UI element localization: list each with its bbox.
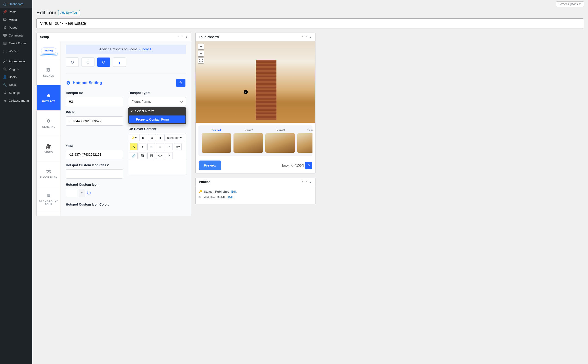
status-value: Published <box>215 190 229 193</box>
eraser-button[interactable]: ◧ <box>157 134 165 141</box>
panel-toggle-icon[interactable]: ▲ <box>310 181 312 184</box>
screen-options-button[interactable]: Screen Options ▼ <box>556 1 584 7</box>
scene-thumb-3[interactable]: Scene3 <box>265 129 295 153</box>
vr-icon: ⬚ <box>3 49 7 53</box>
sidebar-item-label: Media <box>9 18 17 21</box>
hotspot-marker[interactable]: i <box>244 90 248 94</box>
sidebar-item-pages[interactable]: 🗎Pages <box>0 24 32 31</box>
panorama-viewport[interactable]: + − ⛶ i <box>196 41 315 123</box>
vtab-video[interactable]: 🎥VIDEO <box>37 136 60 162</box>
comment-icon: 💬 <box>3 33 7 37</box>
key-icon: 🔑 <box>198 190 202 193</box>
pitch-input[interactable] <box>66 117 123 126</box>
magic-button[interactable]: ✨▾ <box>130 134 138 141</box>
preview-button[interactable]: Preview <box>199 161 221 170</box>
check-icon: ✓ <box>130 110 133 113</box>
underline-button[interactable]: U <box>148 134 156 141</box>
video-icon: 🎥 <box>46 144 51 149</box>
sidebar-item-plugins[interactable]: 🔌Plugins <box>0 65 32 73</box>
panel-toggle-icon[interactable]: ▲ <box>185 36 188 39</box>
hotspot-tabs <box>66 58 186 67</box>
info-icon[interactable]: ⓘ <box>87 190 91 195</box>
copy-shortcode-button[interactable]: ⧉ <box>305 162 312 169</box>
hotspot-id-input[interactable] <box>66 97 123 106</box>
icon-preview <box>66 189 77 197</box>
icon-select-toggle[interactable]: ▼ <box>79 189 85 197</box>
panel-down-icon[interactable]: ˅ <box>306 36 307 39</box>
sidebar-item-comments[interactable]: 💬Comments <box>0 31 32 39</box>
collapse-icon: ◀ <box>3 98 7 103</box>
fullscreen-button[interactable]: ⛶ <box>198 58 204 64</box>
scene-thumb-2[interactable]: Scene2 <box>233 129 263 153</box>
devices-icon: 🖥 <box>46 193 51 198</box>
panel-down-icon[interactable]: ˅ <box>181 36 183 39</box>
gear-icon: ⚙ <box>66 80 71 86</box>
sidebar-item-appearance[interactable]: 🖌Appearance <box>0 57 32 65</box>
vtab-scenes[interactable]: 🖼SCENES <box>37 60 60 85</box>
sidebar-item-posts[interactable]: 📌Posts <box>0 8 32 16</box>
sidebar-item-fluentforms[interactable]: ▤Fluent Forms <box>0 39 32 47</box>
scene-thumb-1[interactable]: Scene1 <box>202 129 231 153</box>
dashboard-icon: ◷ <box>3 2 7 6</box>
sidebar-item-tools[interactable]: 🔧Tools <box>0 81 32 89</box>
sidebar-item-label: WP VR <box>9 49 19 53</box>
icon-class-label: Hotspot Custom Icon Class: <box>66 163 123 167</box>
vtab-general[interactable]: ⚙GENERAL <box>37 111 60 136</box>
add-new-tour-button[interactable]: Add New Tour <box>58 10 80 15</box>
image-icon: 🖼 <box>46 68 51 72</box>
forms-icon: ▤ <box>3 41 7 45</box>
setup-metabox: Setup ˄ ˅ ▲ WP VR 🖼SCENES ⊕HOTSPOT ⚙GENE <box>37 32 191 216</box>
vtab-background[interactable]: 🖥BACKGROUND TOUR <box>37 187 60 212</box>
hotspot-tab-3[interactable] <box>97 58 110 67</box>
hotspot-type-label: Hotspot-Type: <box>129 91 186 95</box>
shortcode-text: [wpvr id="156"] <box>282 163 304 167</box>
panel-toggle-icon[interactable]: ▲ <box>310 36 312 39</box>
zoom-out-button[interactable]: − <box>198 51 204 57</box>
status-edit-link[interactable]: Edit <box>231 190 237 193</box>
sidebar-item-collapse[interactable]: ◀Collapse menu <box>0 97 32 104</box>
wpvr-logo: WP VR <box>37 41 60 60</box>
bold-button[interactable]: B <box>139 134 147 141</box>
custom-icon-label: Hotspot Custom Icon: <box>66 183 123 186</box>
vtab-floorplan[interactable]: 🗺FLOOR PLAN <box>37 162 60 187</box>
visibility-edit-link[interactable]: Edit <box>228 196 233 199</box>
publish-metabox: Publish ˄ ˅ ▲ 🔑 Status: Published Edit <box>195 178 316 204</box>
sidebar-item-settings[interactable]: ⚙Settings <box>0 89 32 97</box>
sidebar-item-dashboard[interactable]: ◷Dashboard <box>0 0 32 8</box>
panel-up-icon[interactable]: ˄ <box>302 181 304 184</box>
status-label: Status: <box>204 190 213 193</box>
brush-icon: 🖌 <box>3 59 7 63</box>
delete-hotspot-button[interactable]: 🗑 <box>176 79 186 87</box>
sidebar-item-media[interactable]: 🖼Media <box>0 16 32 24</box>
yaw-input[interactable] <box>66 150 123 159</box>
zoom-in-button[interactable]: + <box>198 44 204 50</box>
admin-sidebar: ◷Dashboard 📌Posts 🖼Media 🗎Pages 💬Comment… <box>0 0 32 364</box>
panel-up-icon[interactable]: ˄ <box>302 36 304 39</box>
sidebar-item-users[interactable]: 👤Users <box>0 73 32 81</box>
panel-down-icon[interactable]: ˅ <box>306 181 307 184</box>
hotspot-tab-2[interactable] <box>82 58 94 67</box>
form-option-selected[interactable]: Property Contact Form <box>129 116 186 123</box>
form-option-placeholder[interactable]: ✓Select a form <box>128 107 186 115</box>
eye-icon: 👁 <box>198 196 202 199</box>
hotspot-tab-1[interactable] <box>66 58 79 67</box>
tour-title-input[interactable] <box>37 19 584 28</box>
page-icon: 🗎 <box>3 26 7 30</box>
sidebar-item-wpvr[interactable]: ⬚WP VR <box>0 47 32 55</box>
main-content: Screen Options ▼ Edit Tour Add New Tour … <box>32 0 588 364</box>
font-select[interactable]: sans-serif ▾ <box>166 134 183 141</box>
hotspot-id-label: Hotspot ID: <box>66 91 123 95</box>
pin-icon: 📌 <box>3 10 7 14</box>
hotspot-type-select[interactable]: Fluent Forms <box>129 97 186 106</box>
vtab-hotspot[interactable]: ⊕HOTSPOT <box>37 85 60 111</box>
scene-thumb-4[interactable]: Scene4 <box>297 129 312 153</box>
hotspot-add-button[interactable] <box>113 58 126 67</box>
gear-icon: ⚙ <box>47 118 50 124</box>
plug-icon: 🔌 <box>3 67 7 71</box>
sidebar-item-label: Pages <box>9 26 17 29</box>
panel-up-icon[interactable]: ˄ <box>178 36 179 39</box>
sliders-icon: ⚙ <box>3 91 7 95</box>
scene-link[interactable]: (Scene1) <box>139 47 152 51</box>
visibility-value: Public <box>217 196 226 199</box>
icon-class-input[interactable] <box>66 169 123 179</box>
